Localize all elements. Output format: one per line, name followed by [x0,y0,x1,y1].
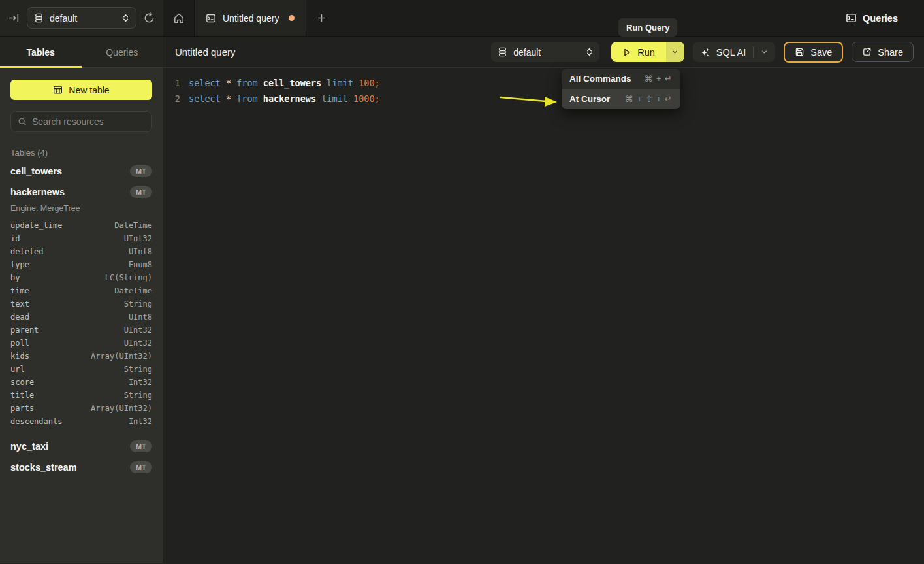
chevron-updown-icon [586,48,593,56]
run-menu-item[interactable]: All Commands⌘ + ↵ [562,69,680,89]
column-list: update_timeDateTimeidUInt32deletedUInt8t… [10,219,152,428]
tab-label: Untitled query [223,13,279,24]
run-menu: All Commands⌘ + ↵At Cursor⌘ + ⇧ + ↵ [562,69,680,109]
table-row[interactable]: hackernewsMT [10,182,152,203]
column-row: titleString [10,389,152,402]
button-divider [753,46,754,58]
column-row: partsArray(UInt32) [10,402,152,415]
database-icon [34,13,44,23]
column-type: UInt8 [129,247,152,256]
home-tab-button[interactable] [163,0,194,36]
sparkles-icon [700,47,710,58]
search-box[interactable] [10,111,152,132]
search-icon [18,117,27,126]
column-name: text [10,299,29,308]
sql-ai-button[interactable]: SQL AI [693,42,775,62]
column-type: UInt32 [124,339,152,348]
line-number: 1 [163,75,180,91]
line-number: 2 [163,91,180,107]
menu-item-shortcut: ⌘ + ⇧ + ↵ [625,94,673,104]
new-tab-button[interactable] [306,0,337,36]
collapse-sidebar-button[interactable] [8,12,20,24]
column-name: id [10,234,20,243]
sidebar-tab-queries[interactable]: Queries [82,37,163,67]
queries-button[interactable]: Queries [846,0,898,36]
main-row: Tables Queries New table Tables (4) [0,37,924,563]
code-text: select * from hackernews limit 1000; [189,91,380,107]
share-icon [862,47,872,57]
query-title: Untitled query [175,46,236,58]
play-icon [622,48,631,57]
column-row: kidsArray(UInt32) [10,350,152,363]
database-selector[interactable]: default [491,42,599,62]
share-button[interactable]: Share [852,42,914,62]
refresh-icon [144,12,155,24]
table-name: cell_towers [10,166,62,176]
run-options-button[interactable] [666,42,684,62]
engine-badge: MT [130,440,152,452]
column-type: UInt8 [129,312,152,322]
column-type: Int32 [129,417,152,426]
run-query-tooltip: Run Query [618,18,677,37]
tab-untitled-query[interactable]: Untitled query [194,0,306,36]
column-row: urlString [10,363,152,376]
column-row: update_timeDateTime [10,219,152,232]
column-name: kids [10,352,29,361]
database-icon [498,47,507,57]
table-icon [53,85,63,95]
column-name: by [10,273,20,282]
column-type: String [124,391,152,400]
chevron-updown-icon [122,14,129,22]
table-name: hackernews [10,187,65,197]
column-name: descendants [10,417,62,426]
new-table-label: New table [69,85,109,95]
sidebar: Tables Queries New table Tables (4) [0,37,163,563]
table-row[interactable]: nyc_taxiMT [10,436,152,457]
database-selector-value: default [513,47,541,58]
search-input[interactable] [32,116,145,127]
home-icon [173,12,185,24]
column-type: Int32 [129,378,152,387]
menu-item-label: At Cursor [569,94,610,104]
run-menu-item[interactable]: At Cursor⌘ + ⇧ + ↵ [562,89,680,109]
column-name: parent [10,325,39,335]
column-type: DateTime [114,221,152,230]
column-row: descendantsInt32 [10,415,152,428]
run-button[interactable]: Run [611,42,666,62]
column-name: dead [10,312,29,322]
unsaved-indicator-dot [289,15,295,21]
sidebar-tab-tables[interactable]: Tables [0,37,82,67]
tab-strip: Untitled query Queries [163,0,924,36]
save-icon [795,47,805,57]
column-type: Array(UInt32) [91,352,152,361]
column-type: DateTime [114,286,152,295]
share-button-label: Share [878,47,903,58]
chevron-down-icon [671,48,678,56]
table-engine-label: Engine: MergeTree [10,204,152,213]
column-row: idUInt32 [10,232,152,245]
annotation-arrow [498,91,560,109]
top-bar: default Untitl [0,0,924,37]
column-row: deletedUInt8 [10,245,152,258]
toolbar-controls: default Run [491,42,914,63]
column-type: String [124,299,152,308]
table-row[interactable]: stocks_streamMT [10,457,152,478]
content-area: Untitled query default [163,37,924,563]
database-selector-top[interactable]: default [27,7,136,29]
sql-editor[interactable]: 1select * from cell_towers limit 100;2se… [163,68,924,563]
column-name: parts [10,404,34,413]
column-row: typeEnum8 [10,258,152,271]
save-button[interactable]: Save [784,42,843,63]
new-table-button[interactable]: New table [10,80,152,100]
table-list: cell_towersMThackernewsMTEngine: MergeTr… [10,161,152,478]
column-type: Enum8 [129,260,152,269]
column-type: Array(UInt32) [91,404,152,413]
table-row[interactable]: cell_towersMT [10,161,152,182]
tabstrip-spacer [337,0,846,36]
table-name: stocks_stream [10,462,77,473]
query-toolbar: Untitled query default [163,37,924,68]
app-root: default Untitl [0,0,924,563]
save-button-label: Save [810,47,832,58]
refresh-button[interactable] [144,12,155,24]
column-row: timeDateTime [10,284,152,297]
